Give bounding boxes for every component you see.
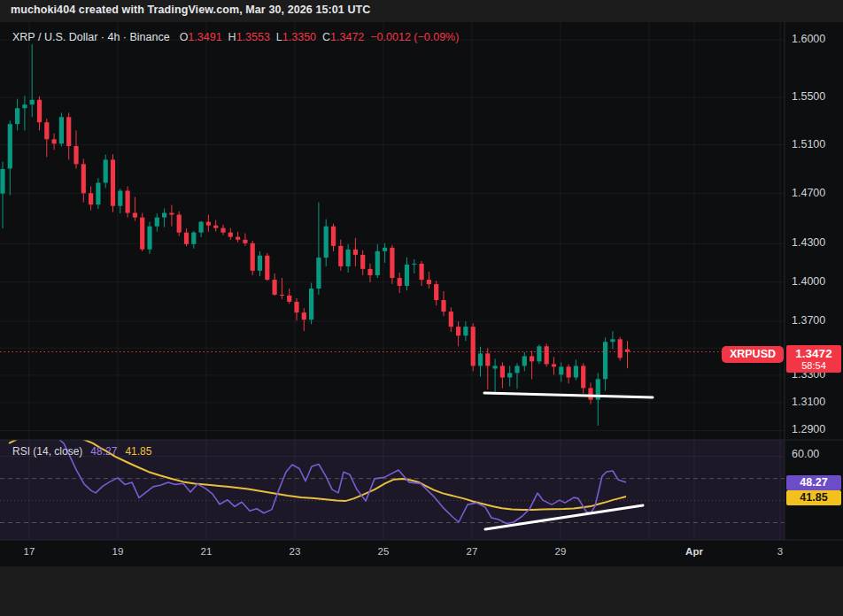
- price-change: −0.0012 (−0.09%): [370, 31, 459, 43]
- price-axis-label: 1.4300: [792, 236, 825, 249]
- price-axis-label: 1.5100: [792, 138, 825, 150]
- time-axis-label: 23: [290, 546, 301, 557]
- rsi-ma-value: 41.85: [125, 445, 151, 458]
- time-axis[interactable]: 17192123252729Apr3: [0, 540, 785, 566]
- time-axis-label: 25: [378, 546, 390, 557]
- attribution-text: muchoki404 created with TradingView.com,…: [11, 4, 370, 16]
- price-axis-label: 1.3700: [792, 314, 825, 327]
- price-axis-label: 1.3100: [792, 396, 825, 408]
- bar-countdown: 58:54: [786, 360, 841, 371]
- ohlc-low: L1.3350: [276, 31, 316, 43]
- symbol-header[interactable]: XRP / U.S. Dollar · 4h · Binance O1.3491…: [12, 31, 459, 43]
- rsi-value-badge: 48.27: [786, 475, 841, 490]
- tradingview-chart-page: muchoki404 created with TradingView.com,…: [0, 0, 843, 616]
- rsi-indicator-header[interactable]: RSI (14, close) 48.27 41.85: [12, 445, 151, 458]
- time-axis-label: Apr: [685, 546, 703, 557]
- time-axis-label: 21: [201, 546, 213, 557]
- rsi-title[interactable]: RSI (14, close): [12, 445, 82, 458]
- attribution-bar: muchoki404 created with TradingView.com,…: [0, 0, 843, 22]
- time-axis-label: 17: [24, 546, 35, 557]
- rsi-axis-label: 60.00: [792, 448, 819, 460]
- footer-bar: TradingView: [0, 566, 843, 616]
- symbol-title[interactable]: XRP / U.S. Dollar · 4h · Binance: [12, 31, 170, 43]
- price-axis-label: 1.4000: [792, 275, 825, 288]
- rsi-value: 48.27: [90, 445, 117, 458]
- last-price-badge: 1.3472 58:54: [786, 345, 841, 373]
- price-axis[interactable]: 1.60001.55001.51001.47001.43001.40001.37…: [785, 22, 843, 540]
- last-price: 1.3472: [786, 347, 841, 360]
- ohlc-close: C1.3472: [322, 31, 364, 43]
- rsi-ma-badge: 41.85: [786, 490, 841, 505]
- time-axis-label: 29: [555, 546, 567, 557]
- time-axis-label: 19: [112, 546, 124, 557]
- symbol-price-flag: XRPUSD: [722, 346, 784, 363]
- price-axis-label: 1.4700: [792, 187, 825, 199]
- time-axis-label: 27: [467, 546, 478, 557]
- chart-canvas[interactable]: [0, 0, 843, 566]
- price-axis-label: 1.2900: [792, 423, 825, 435]
- price-axis-label: 1.5500: [792, 90, 825, 103]
- ohlc-open: O1.3491: [180, 31, 222, 43]
- time-axis-label: 3: [777, 546, 783, 557]
- ohlc-high: H1.3553: [228, 31, 270, 43]
- price-axis-label: 1.6000: [792, 33, 825, 45]
